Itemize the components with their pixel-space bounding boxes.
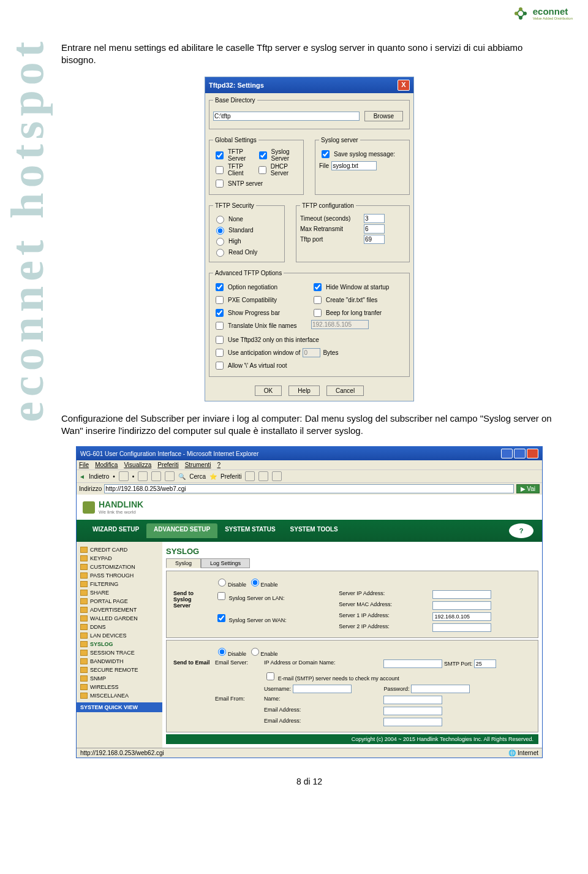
browser-toolbar[interactable]: ◄Indietro • • 🔍Cerca ⭐Preferiti [77, 469, 542, 483]
email-addr-input-2[interactable] [383, 718, 442, 726]
enable-radio-2[interactable] [251, 648, 259, 656]
ip-locked [311, 320, 369, 329]
econnet-logo: econnet Value Added Distribution [512, 6, 573, 20]
window-title: Tftpd32: Settings [209, 82, 264, 89]
close-icon[interactable]: X [398, 80, 410, 91]
handlink-brand: HANDLINK [99, 500, 143, 509]
name-input[interactable] [383, 696, 442, 704]
server-ip-input[interactable] [432, 590, 491, 599]
ie-browser-window: WG-601 User Configuration Interface - Mi… [76, 446, 543, 758]
send-syslog-label: Send to Syslog Server [172, 590, 212, 633]
create-dir-check[interactable] [314, 296, 322, 304]
browse-button[interactable]: Browse [364, 111, 403, 121]
url-input[interactable] [104, 484, 513, 493]
tftp-config-label: TFTP configuration [300, 202, 356, 209]
anticipation-check[interactable] [216, 349, 224, 357]
pxe-check[interactable] [216, 296, 224, 304]
logo-tagline: Value Added Distribution [533, 17, 573, 20]
smtp-check[interactable] [266, 672, 274, 680]
advanced-options-label: Advanced TFTP Options [213, 270, 284, 276]
go-button[interactable]: ▶ Vai [516, 484, 540, 493]
address-bar: Indirizzo ▶ Vai [77, 483, 542, 495]
security-high[interactable] [216, 238, 224, 246]
logo-brand: econnet [533, 6, 573, 17]
dhcp-server-check[interactable] [258, 166, 266, 174]
password-input[interactable] [411, 685, 470, 693]
svg-point-2 [523, 12, 527, 15]
watermark-sidebar: econnet hotspot [6, 37, 48, 422]
opt-neg-check[interactable] [216, 283, 224, 291]
tftp-client-check[interactable] [216, 166, 224, 174]
svg-point-0 [518, 10, 524, 17]
use-only-check[interactable] [216, 336, 224, 344]
browser-menubar[interactable]: FileModificaVisualizzaPreferitiStrumenti… [77, 460, 542, 469]
port-input[interactable] [364, 235, 385, 244]
syslog-server-check[interactable] [259, 151, 267, 159]
translate-check[interactable] [216, 322, 224, 330]
disable-radio-2[interactable] [218, 648, 226, 656]
global-settings-label: Global Settings [213, 137, 258, 143]
server2-ip-input[interactable] [432, 623, 491, 632]
system-quick-view[interactable]: SYSTEM QUICK VIEW [77, 702, 162, 712]
base-dir-label: Base Directory [213, 97, 257, 104]
beep-check[interactable] [314, 309, 322, 317]
tftp-server-check[interactable] [216, 151, 224, 159]
svg-point-3 [519, 7, 522, 11]
ok-button[interactable]: OK [255, 386, 282, 396]
hide-win-check[interactable] [314, 283, 322, 291]
security-standard[interactable] [216, 227, 224, 235]
progress-check[interactable] [216, 309, 224, 317]
tftpd32-settings-window: Tftpd32: Settings X Base Directory Brows… [205, 77, 414, 401]
enable-radio-1[interactable] [251, 579, 259, 587]
send-email-label: Send to Email [172, 659, 212, 727]
nav-syslog: SYSLOG [77, 640, 162, 648]
disable-radio-1[interactable] [218, 579, 226, 587]
cancel-button[interactable]: Cancel [326, 386, 364, 396]
sntp-server-check[interactable] [216, 180, 224, 188]
help-button[interactable]: Help [288, 386, 320, 396]
paragraph-2: Configurazione del Subscriber per inviar… [61, 412, 557, 436]
allow-virt-check[interactable] [216, 362, 224, 370]
page-heading: SYSLOG [166, 547, 538, 556]
main-tabs[interactable]: WIZARD SETUP ADVANCED SETUP SYSTEM STATU… [77, 520, 542, 542]
server-mac-input[interactable] [432, 601, 491, 610]
page-number: 8 di 12 [61, 777, 557, 786]
security-none[interactable] [216, 216, 224, 224]
status-bar: http://192.168.0.253/web62.cgi 🌐 Interne… [77, 748, 542, 758]
save-syslog-check[interactable] [322, 150, 330, 158]
lan-check[interactable] [217, 592, 225, 600]
browser-title: WG-601 User Configuration Interface - Mi… [80, 450, 258, 457]
logo-icon [512, 7, 529, 20]
maxret-input[interactable] [364, 224, 385, 234]
wan-check[interactable] [217, 614, 225, 622]
base-dir-input[interactable] [213, 112, 360, 121]
handlink-tagline: We link the world [99, 509, 143, 515]
syslog-file-input[interactable] [331, 161, 377, 170]
timeout-input[interactable] [364, 214, 385, 223]
copyright-bar: Copyright (c) 2004 ~ 2015 Handlink Techn… [166, 734, 538, 744]
email-addr-input[interactable] [383, 707, 442, 715]
help-icon[interactable]: ? [509, 523, 533, 538]
window-buttons[interactable] [501, 449, 538, 458]
syslog-server-label: Syslog server [319, 137, 360, 143]
sub-tabs[interactable]: Syslog Log Settings [166, 558, 538, 568]
server1-ip-input[interactable] [432, 612, 491, 621]
ip-domain-input[interactable] [383, 659, 442, 668]
paragraph-1: Entrare nel menu settings ed abilitare l… [61, 42, 557, 66]
handlink-icon [83, 501, 95, 514]
username-input[interactable] [293, 685, 352, 693]
smtp-port-input[interactable] [474, 659, 496, 668]
svg-point-1 [514, 12, 518, 15]
anticipation-input [303, 348, 320, 357]
left-navigation[interactable]: CREDIT CARD KEYPAD CUSTOMIZATION PASS TH… [77, 542, 162, 748]
security-readonly[interactable] [216, 249, 224, 257]
svg-point-4 [519, 16, 522, 20]
tftp-security-label: TFTP Security [213, 202, 256, 209]
